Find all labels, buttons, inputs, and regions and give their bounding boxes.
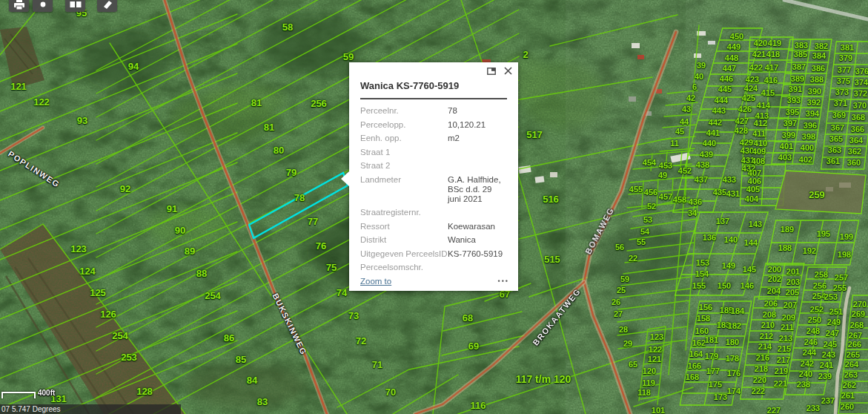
popup-field-value [448, 148, 507, 157]
coordinate-readout: 07 5.747 Degrees [0, 404, 181, 414]
popup-field-row: Straat 2 [360, 161, 507, 171]
popup-field-value: G.A. Halfhide, BSc d.d. 29 juni 2021 [448, 175, 507, 204]
popup-field-label: Perceelnr. [360, 106, 448, 116]
popup-field-row: Perceelnr.78 [360, 106, 507, 116]
map-canvas[interactable]: 9558599412112293929190898812312412512625… [0, 0, 868, 414]
popup-field-label: Landmeter [360, 175, 448, 204]
popup-field-row: RessortKoewarasan [360, 222, 507, 231]
popup-field-row: Straat 1 [360, 148, 507, 157]
popup-field-value [448, 161, 507, 171]
popup-field-label: Perceelsomschr. [360, 263, 448, 272]
popup-field-label: Straatregisternr. [360, 208, 448, 217]
popup-field-value [448, 263, 507, 272]
popup-field-label: Ressort [360, 222, 448, 231]
popup-field-row: Uitgegeven PerceelsIDKS-7760-5919 [360, 249, 507, 259]
popup-title: Wanica KS-7760-5919 [360, 80, 507, 91]
popup-field-value: m2 [448, 134, 507, 143]
popup-fields: Perceelnr.78Perceelopp.10,120.21Eenh. op… [360, 106, 507, 272]
popup-field-value: 78 [448, 106, 507, 116]
popup-field-value: Wanica [448, 235, 507, 245]
popup-field-row: Eenh. opp.m2 [360, 134, 507, 143]
popup-field-value: 10,120.21 [448, 120, 507, 130]
popup-field-label: Distrikt [360, 235, 448, 245]
popup-divider [360, 98, 507, 99]
popup-field-row: LandmeterG.A. Halfhide, BSc d.d. 29 juni… [360, 175, 507, 204]
dock-icon[interactable] [487, 68, 496, 75]
measure-button[interactable] [97, 0, 117, 12]
popup-field-row: Perceelopp.10,120.21 [360, 120, 507, 130]
popup-field-label: Uitgegeven PerceelsID [360, 249, 448, 259]
popup-field-label: Eenh. opp. [360, 134, 448, 143]
close-icon[interactable] [504, 67, 512, 75]
popup-field-label: Straat 2 [360, 161, 448, 171]
scalebar: 400ft [1, 389, 55, 398]
popup-field-label: Perceelopp. [360, 120, 448, 130]
popup-field-value [448, 208, 507, 217]
basemap-button[interactable] [65, 0, 85, 12]
feature-popup: Wanica KS-7760-5919 Perceelnr.78Perceelo… [349, 62, 518, 291]
popup-field-label: Straat 1 [360, 148, 448, 157]
zoom-to-link[interactable]: Zoom to [360, 277, 391, 286]
locate-button[interactable] [33, 0, 53, 12]
popup-pointer [341, 171, 349, 186]
popup-field-row: Straatregisternr. [360, 208, 507, 217]
popup-field-row: Perceelsomschr. [360, 263, 507, 272]
popup-field-value: KS-7760-5919 [448, 249, 507, 259]
print-button[interactable] [9, 0, 29, 12]
popup-field-row: DistriktWanica [360, 235, 507, 245]
popup-field-value: Koewarasan [448, 222, 507, 231]
scalebar-bracket [1, 392, 36, 398]
popup-menu-ellipsis-icon[interactable]: ••• [498, 277, 509, 285]
scalebar-label: 400ft [38, 389, 55, 397]
